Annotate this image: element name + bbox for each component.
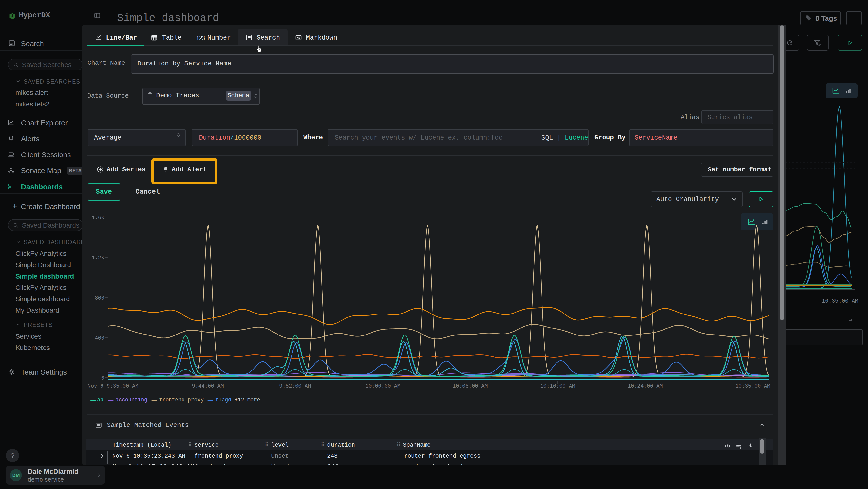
svg-text:10:08:00 AM: 10:08:00 AM xyxy=(453,383,488,389)
svg-text:9:52:00 AM: 9:52:00 AM xyxy=(279,383,311,389)
svg-text:10:00:00 AM: 10:00:00 AM xyxy=(365,383,400,389)
svg-text:1.6K: 1.6K xyxy=(92,215,105,221)
svg-text:10:16:00 AM: 10:16:00 AM xyxy=(540,383,575,389)
svg-text:Nov 6 9:35:00 AM: Nov 6 9:35:00 AM xyxy=(88,383,138,389)
svg-text:1.2K: 1.2K xyxy=(92,255,105,261)
svg-text:10:24:00 AM: 10:24:00 AM xyxy=(628,383,662,389)
svg-text:10:35:00 AM: 10:35:00 AM xyxy=(735,383,770,389)
svg-text:9:44:00 AM: 9:44:00 AM xyxy=(192,383,224,389)
svg-text:800: 800 xyxy=(95,295,104,301)
svg-text:400: 400 xyxy=(95,335,104,341)
svg-text:0: 0 xyxy=(101,375,104,381)
